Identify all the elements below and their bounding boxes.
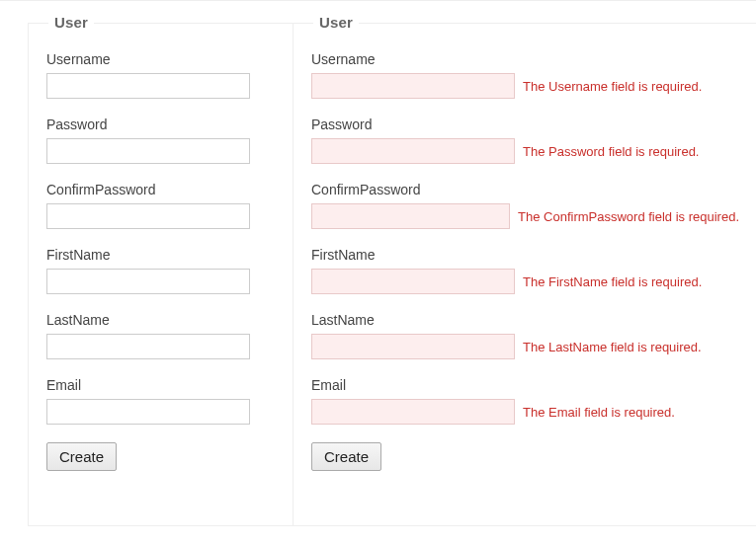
create-button[interactable]: Create xyxy=(46,442,117,471)
confirm-password-input[interactable] xyxy=(46,203,250,229)
last-name-label: LastName xyxy=(311,312,739,328)
username-input[interactable] xyxy=(46,73,250,99)
field-group-first-name: FirstName The FirstName field is require… xyxy=(311,247,739,294)
username-label: Username xyxy=(46,51,277,67)
field-group-email: Email xyxy=(46,377,277,425)
first-name-input[interactable] xyxy=(311,269,515,294)
field-group-confirm-password: ConfirmPassword xyxy=(46,182,277,229)
password-error-message: The Password field is required. xyxy=(523,144,699,159)
field-group-confirm-password: ConfirmPassword The ConfirmPassword fiel… xyxy=(311,182,739,229)
user-form-right: User Username The Username field is requ… xyxy=(293,23,756,526)
last-name-input[interactable] xyxy=(311,334,515,359)
field-group-first-name: FirstName xyxy=(46,247,277,294)
create-button[interactable]: Create xyxy=(311,442,381,471)
user-form-left: User Username Password ConfirmPassword F… xyxy=(28,23,294,526)
confirm-password-error-message: The ConfirmPassword field is required. xyxy=(518,209,739,224)
email-input[interactable] xyxy=(46,399,250,425)
email-error-message: The Email field is required. xyxy=(523,405,675,420)
password-input[interactable] xyxy=(46,138,250,164)
password-label: Password xyxy=(46,117,277,132)
first-name-label: FirstName xyxy=(311,247,739,263)
last-name-label: LastName xyxy=(46,312,277,328)
username-error-message: The Username field is required. xyxy=(523,79,702,94)
email-input[interactable] xyxy=(311,399,515,425)
username-label: Username xyxy=(311,51,739,67)
last-name-error-message: The LastName field is required. xyxy=(523,340,702,354)
first-name-error-message: The FirstName field is required. xyxy=(523,274,702,289)
confirm-password-label: ConfirmPassword xyxy=(46,182,277,197)
fieldset-legend: User xyxy=(313,14,359,31)
fieldset-legend: User xyxy=(48,14,94,31)
email-label: Email xyxy=(311,377,739,393)
confirm-password-label: ConfirmPassword xyxy=(311,182,739,197)
email-label: Email xyxy=(46,377,277,393)
field-group-password: Password xyxy=(46,117,277,164)
field-group-password: Password The Password field is required. xyxy=(311,117,739,164)
first-name-label: FirstName xyxy=(46,247,277,263)
field-group-last-name: LastName xyxy=(46,312,277,359)
username-input[interactable] xyxy=(311,73,515,99)
password-input[interactable] xyxy=(311,138,515,164)
field-group-email: Email The Email field is required. xyxy=(311,377,739,425)
field-group-username: Username xyxy=(46,51,277,99)
password-label: Password xyxy=(311,117,739,132)
first-name-input[interactable] xyxy=(46,269,250,294)
confirm-password-input[interactable] xyxy=(311,203,510,229)
last-name-input[interactable] xyxy=(46,334,250,359)
field-group-last-name: LastName The LastName field is required. xyxy=(311,312,739,359)
field-group-username: Username The Username field is required. xyxy=(311,51,739,99)
